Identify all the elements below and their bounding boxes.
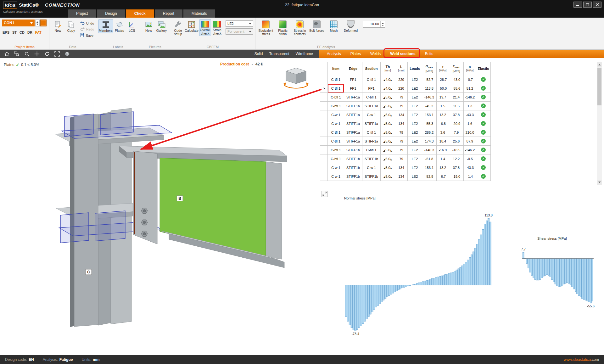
zoom-window-icon[interactable] xyxy=(14,51,20,57)
undo-button[interactable]: Undo xyxy=(80,21,94,25)
design-code-value[interactable]: EN xyxy=(29,357,34,362)
project-item-spinner[interactable] xyxy=(35,20,40,26)
copy-item-label: Copy xyxy=(65,29,77,32)
picture-new-button[interactable]: New xyxy=(142,20,155,33)
overall-check-button[interactable]: Overall check xyxy=(199,20,211,36)
shaded-box-icon[interactable] xyxy=(64,51,70,57)
project-mode-dr[interactable]: DR xyxy=(27,31,32,34)
weld-section-row[interactable]: C-w 1STIFF1aC-w 1◢5.0◣134LE2153.113.237.… xyxy=(320,110,491,119)
beam-web-plate[interactable] xyxy=(160,158,266,257)
lcs-label: LCS xyxy=(126,29,137,32)
spinner-arrows[interactable] xyxy=(380,21,385,27)
view-mode-transparent[interactable]: Transparent xyxy=(269,52,289,56)
redo-button[interactable]: Redo xyxy=(80,27,94,31)
ribbon-tab-design[interactable]: Design xyxy=(97,9,125,18)
deformed-button[interactable]: Deformed xyxy=(342,20,359,36)
plates-toggle-button[interactable]: Plates xyxy=(113,20,126,33)
ribbon-tab-report[interactable]: Report xyxy=(155,9,182,18)
results-tab-analysis[interactable]: Analysis xyxy=(323,50,345,57)
calculate-button[interactable]: Calculate xyxy=(184,20,199,33)
weld-section-row[interactable]: C-w 1STIFF1bC-w 1◢5.0◣134LE2153.113.237.… xyxy=(320,163,491,172)
weld-section-row[interactable]: C-bfl 1STIFF1aC-bfl 1◢5.0◣79LE2-146.319.… xyxy=(320,93,491,102)
home-icon[interactable] xyxy=(4,51,9,57)
project-mode-eps[interactable]: EPS xyxy=(3,31,9,34)
viewport-3d[interactable]: Plates ✓ 0.1 < 5.0% Production cost - 42… xyxy=(0,58,319,355)
units-value[interactable]: mm xyxy=(93,357,99,362)
results-tab-weld-sections[interactable]: Weld sections xyxy=(386,50,419,57)
table-scrollbar[interactable] xyxy=(597,62,602,185)
new-item-button[interactable]: New xyxy=(51,20,64,33)
code-setup-button[interactable]: Code setup xyxy=(172,20,184,37)
gallery-button[interactable]: Gallery xyxy=(155,20,168,33)
weld-section-row[interactable]: >C-tfl 1FP1FP1◢4.0◣220LE2113.8-50.0-55.6… xyxy=(320,84,491,93)
cell-l: 134 xyxy=(395,172,408,181)
add-project-item-button[interactable] xyxy=(40,20,47,26)
stress-in-contacts-icon xyxy=(296,20,304,28)
cell-edge: FP1 xyxy=(344,75,362,84)
3d-model-canvas[interactable]: B C xyxy=(0,58,319,355)
save-button[interactable]: Save xyxy=(80,33,94,38)
weld-symbol-icon: ◣ xyxy=(391,88,392,90)
results-tab-plates[interactable]: Plates xyxy=(346,50,365,57)
navigation-cube[interactable] xyxy=(282,65,310,91)
results-tab-welds[interactable]: Welds xyxy=(366,50,385,57)
status-ok-icon: ✓ xyxy=(481,104,486,108)
equivalent-stress-button[interactable]: Equivalent stress xyxy=(257,20,274,36)
lcs-toggle-button[interactable]: LCS xyxy=(126,20,138,33)
maximize-button[interactable] xyxy=(583,2,592,8)
ribbon-tab-materials[interactable]: Materials xyxy=(183,9,215,18)
minimize-button[interactable] xyxy=(573,2,582,8)
undo-icon xyxy=(80,21,85,25)
weld-section-row[interactable]: C-bfl 1STIFF1aSTIFF1a◢5.0◣79LE2-45.21.51… xyxy=(320,102,491,110)
view-mode-wireframe[interactable]: Wireframe xyxy=(296,52,313,56)
bolt-forces-button[interactable]: Bolt forces xyxy=(308,20,325,36)
cell-loads: LE2 xyxy=(408,137,422,146)
stress-in-contacts-button[interactable]: Stress in contacts xyxy=(291,20,308,36)
weld-section-row[interactable]: C-bfl 1STIFF1bC-bfl 1◢5.0◣79LE2-146.3-16… xyxy=(320,146,491,154)
gallery-label: Gallery xyxy=(156,29,167,32)
cell-elastic: ✓ xyxy=(476,93,491,102)
weld-section-row[interactable]: C-bfl 1STIFF1bSTIFF1b◢5.0◣79LE2-51.81.41… xyxy=(320,154,491,163)
cell-edge: FP1 xyxy=(344,84,362,93)
weld-section-row[interactable]: C-tfl 1STIFF1aSTIFF1a◢5.0◣79LE2174.318.4… xyxy=(320,137,491,146)
project-mode-fat[interactable]: FAT xyxy=(35,31,42,34)
weld-section-row[interactable]: C-w 1STIFF1aSTIFF1a◢5.0◣134LE2-55.3-6.8-… xyxy=(320,119,491,128)
zoom-icon[interactable] xyxy=(24,51,30,57)
weld-symbol-icon: ◣ xyxy=(391,114,392,116)
website-link[interactable]: www.ideastatica.com xyxy=(564,357,599,362)
cell-elastic: ✓ xyxy=(476,172,491,181)
weld-section-row[interactable]: C-tfl 1STIFF1aC-tfl 1◢5.0◣79LE2285.23.67… xyxy=(320,128,491,137)
cell-marker xyxy=(320,137,328,146)
bolt-group[interactable] xyxy=(141,208,148,236)
fit-icon[interactable] xyxy=(54,51,60,57)
deformed-scale-input[interactable]: 10.00 xyxy=(363,21,385,28)
scroll-down-button[interactable] xyxy=(597,180,602,185)
strain-check-button[interactable]: Strain check xyxy=(211,20,223,36)
view-mode-solid[interactable]: Solid xyxy=(254,52,263,56)
rotate-icon[interactable] xyxy=(44,51,50,57)
scroll-up-button[interactable] xyxy=(597,62,602,67)
weld-section-row[interactable]: C-tfl 1FP1C-tfl 1◢4.0◣220LE2-52.7-28.7-4… xyxy=(320,75,491,84)
cell-l: 79 xyxy=(395,102,408,110)
ribbon-tab-check[interactable]: Check xyxy=(126,9,154,18)
cell-marker xyxy=(320,163,328,172)
copy-item-button[interactable]: Copy xyxy=(64,20,78,33)
ribbon-tab-project[interactable]: Project xyxy=(68,9,96,18)
load-effect-select[interactable]: LE2 xyxy=(226,20,253,27)
cell-tau_max: 37.8 xyxy=(449,110,464,119)
cell-sigma_max: 153.1 xyxy=(422,163,437,172)
scope-select[interactable]: For current xyxy=(226,28,253,35)
plastic-strain-button[interactable]: Plastic strain xyxy=(274,20,291,36)
close-button[interactable] xyxy=(593,2,601,8)
project-mode-st[interactable]: ST xyxy=(12,31,17,34)
scrollbar-thumb[interactable] xyxy=(597,68,601,105)
wrench-icon xyxy=(174,21,182,28)
project-mode-cd[interactable]: CD xyxy=(20,31,25,34)
weld-section-row[interactable]: C-w 1STIFF1bSTIFF1b◢5.0◣134LE2-52.9-6.7-… xyxy=(320,172,491,181)
project-item-selector[interactable]: CON1 xyxy=(2,20,35,26)
pan-icon[interactable] xyxy=(34,51,40,57)
results-tab-bolts[interactable]: Bolts xyxy=(421,50,438,57)
cell-elastic: ✓ xyxy=(476,163,491,172)
members-toggle-button[interactable]: Members xyxy=(98,20,113,33)
mesh-button[interactable]: Mesh xyxy=(325,20,342,36)
